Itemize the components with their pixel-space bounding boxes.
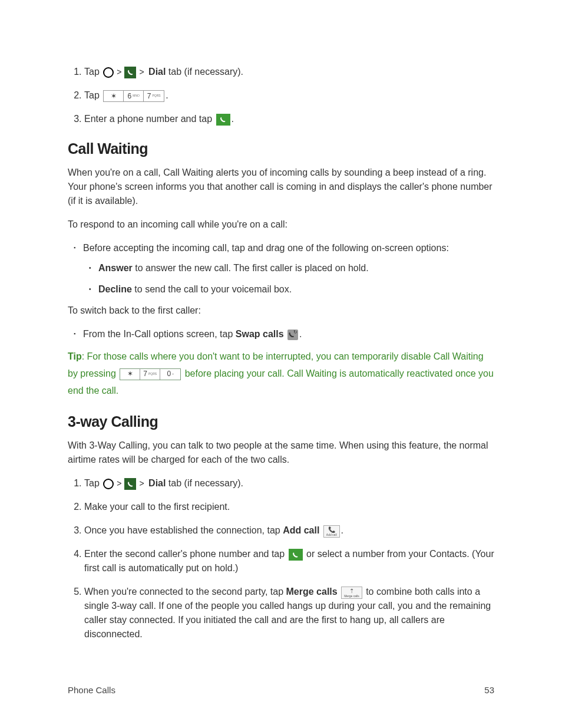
text: From the In-Call options screen, tap (83, 329, 236, 339)
key-0: 0+ (160, 369, 180, 380)
phone-app-icon (124, 67, 136, 78)
home-circle-icon (103, 67, 114, 78)
tw-step-5: When you're connected to the second part… (84, 585, 494, 641)
chevron: > (139, 479, 144, 488)
decline-label: Decline (98, 284, 132, 294)
cw-swap-bullet: From the In-Call options screen, tap Swa… (83, 327, 494, 341)
cw-paragraph-2: To respond to an incoming call while you… (68, 218, 494, 232)
heading-3way: 3-way Calling (68, 413, 494, 430)
footer-page-number: 53 (484, 685, 494, 695)
text: Once you have established the connection… (84, 525, 283, 535)
tw-steps: Tap >> Dial tab (if necessary). Make you… (68, 476, 494, 641)
home-circle-icon (103, 479, 114, 489)
step-2: Tap ✶ 6MNO 7PQRS . (84, 88, 494, 103)
text: to answer the new call. The first caller… (133, 263, 369, 273)
cw-paragraph-3: To switch back to the first caller: (68, 304, 494, 318)
tw-paragraph-1: With 3-Way Calling, you can talk to two … (68, 439, 494, 467)
tw-step-3: Once you have established the connection… (84, 523, 494, 538)
footer-section: Phone Calls (68, 685, 115, 695)
cw-options-list: Before accepting the incoming call, tap … (68, 241, 494, 297)
step-3: Enter a phone number and tap . (84, 112, 494, 126)
text: Tap (84, 478, 102, 488)
cw-sub-list: Answer to answer the new call. The first… (83, 261, 494, 297)
cw-paragraph-1: When you're on a call, Call Waiting aler… (68, 166, 494, 208)
tw-step-2: Make your call to the first recipient. (84, 500, 494, 514)
keypad-star-7-0: ✶ 7PQRS 0+ (120, 368, 181, 380)
step-1: Tap >> Dial tab (if necessary). (84, 65, 494, 79)
phone-app-icon (124, 478, 136, 490)
chevron: > (139, 67, 144, 77)
key-7: 7PQRS (144, 91, 164, 101)
cw-bullet-1: Before accepting the incoming call, tap … (83, 241, 494, 297)
cw-switch-list: From the In-Call options screen, tap Swa… (68, 327, 494, 341)
tw-step-1: Tap >> Dial tab (if necessary). (84, 476, 494, 490)
key-7: 7PQRS (140, 369, 160, 380)
merge-calls-label: Merge calls (286, 587, 338, 597)
text: . (232, 114, 234, 124)
chevron: > (117, 67, 121, 77)
intro-steps: Tap >> Dial tab (if necessary). Tap ✶ 6M… (68, 65, 494, 126)
swap-calls-icon (287, 330, 298, 340)
text: to send the call to your voicemail box. (132, 284, 292, 294)
key-6: 6MNO (124, 91, 144, 101)
text: When you're connected to the second part… (84, 587, 286, 597)
text: . (166, 90, 168, 100)
text: Enter the second caller's phone number a… (84, 549, 287, 559)
page-footer: Phone Calls 53 (68, 685, 494, 695)
chevron: > (117, 479, 121, 488)
swap-calls-label: Swap calls (236, 329, 284, 339)
add-call-icon: 📞Add call (323, 525, 340, 538)
text: Tap (84, 67, 102, 77)
page: Tap >> Dial tab (if necessary). Tap ✶ 6M… (0, 0, 562, 728)
call-button-icon (216, 114, 230, 126)
merge-calls-icon: ⇡Merge calls (341, 587, 362, 599)
cw-answer-option: Answer to answer the new call. The first… (98, 261, 494, 275)
dial-label: Dial (148, 478, 166, 488)
dial-label: Dial (148, 67, 166, 77)
keypad-star-6-7: ✶ 6MNO 7PQRS (103, 90, 164, 102)
text: tab (if necessary). (166, 478, 243, 488)
add-call-label: Add call (283, 525, 319, 535)
text: Tap (84, 90, 102, 100)
cw-decline-option: Decline to send the call to your voicema… (98, 282, 494, 297)
tip-block: Tip: For those calls where you don't wan… (68, 348, 494, 399)
tw-step-4: Enter the second caller's phone number a… (84, 547, 494, 575)
key-star: ✶ (104, 91, 124, 101)
tip-label: Tip (68, 351, 82, 361)
text: . (299, 329, 302, 339)
text: Before accepting the incoming call, tap … (83, 243, 449, 253)
call-button-icon (289, 549, 303, 561)
key-star: ✶ (120, 369, 140, 380)
answer-label: Answer (98, 263, 133, 273)
text: tab (if necessary). (166, 67, 243, 77)
text: Enter a phone number and tap (84, 114, 215, 124)
text: . (341, 525, 343, 535)
heading-call-waiting: Call Waiting (68, 140, 494, 157)
